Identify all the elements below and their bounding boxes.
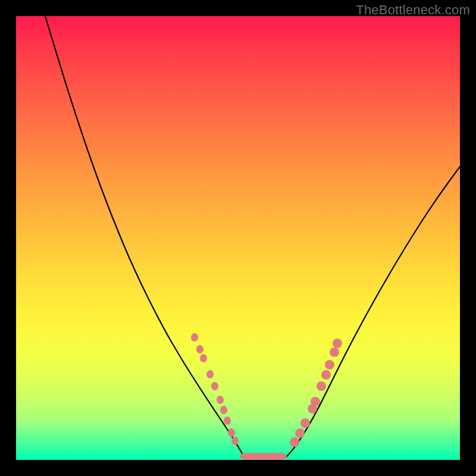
data-point <box>290 437 299 447</box>
data-point <box>231 437 239 445</box>
data-point <box>317 381 326 391</box>
data-point <box>333 339 342 348</box>
chart-svg <box>16 16 460 460</box>
data-point <box>217 396 224 404</box>
data-point <box>321 370 331 380</box>
data-point <box>274 453 287 460</box>
data-point <box>211 382 218 390</box>
curve-right <box>286 167 460 458</box>
data-point <box>228 428 235 437</box>
data-point <box>191 333 198 342</box>
data-point <box>196 345 203 353</box>
data-point <box>295 428 305 438</box>
data-point <box>300 418 310 428</box>
data-point <box>330 347 339 357</box>
data-point <box>311 397 320 406</box>
data-markers <box>191 333 342 460</box>
data-point <box>224 416 231 425</box>
data-point <box>206 370 214 378</box>
data-point <box>220 406 227 414</box>
data-point <box>325 360 334 369</box>
curve-left <box>45 16 245 458</box>
data-point <box>200 354 207 362</box>
watermark-text: TheBottleneck.com <box>356 2 470 18</box>
